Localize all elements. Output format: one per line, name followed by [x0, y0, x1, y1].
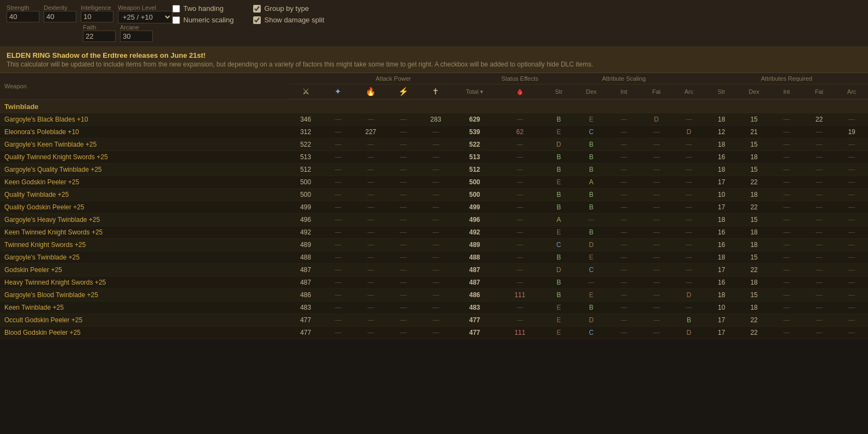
req-cell: 16	[705, 226, 738, 239]
scaling-cell: —	[640, 264, 673, 276]
weapon-name-cell[interactable]: Twinned Knight Swords +25	[0, 239, 289, 251]
table-row[interactable]: Heavy Twinned Knight Swords +25487————48…	[0, 276, 868, 289]
status-cell: —	[497, 302, 542, 314]
table-row[interactable]: Gargoyle's Heavy Twinblade +25496————496…	[0, 214, 868, 226]
numeric-scaling-checkbox[interactable]	[172, 16, 180, 24]
weapon-name-cell[interactable]: Gargoyle's Heavy Twinblade +25	[0, 214, 289, 226]
table-row[interactable]: Occult Godskin Peeler +25477————477—ED——…	[0, 314, 868, 327]
weapon-name-cell[interactable]: Blood Godskin Peeler +25	[0, 327, 289, 339]
table-row[interactable]: Gargoyle's Keen Twinblade +25522————522—…	[0, 138, 868, 151]
faith-input[interactable]	[83, 31, 116, 42]
req-cell: —	[835, 302, 868, 314]
atk-cell: —	[322, 314, 355, 327]
req-cell: 17	[705, 327, 738, 339]
weapon-name-cell[interactable]: Keen Twinblade +25	[0, 302, 289, 314]
atk-cell: 522	[289, 138, 322, 151]
weapon-name-cell[interactable]: Gargoyle's Twinblade +25	[0, 251, 289, 264]
weapon-name-cell[interactable]: Quality Twinned Knight Swords +25	[0, 151, 289, 164]
scaling-cell: D	[542, 138, 575, 151]
req-cell: —	[770, 113, 803, 126]
table-row[interactable]: Gargoyle's Blood Twinblade +25486————486…	[0, 289, 868, 302]
req-cell: —	[770, 176, 803, 189]
scaling-cell: —	[608, 138, 640, 151]
arcane-input[interactable]	[120, 31, 153, 42]
table-row[interactable]: Quality Godskin Peeler +25499————499—BB—…	[0, 201, 868, 214]
req-cell: 18	[738, 302, 770, 314]
atk-cell: —	[355, 239, 387, 251]
scaling-cell: —	[673, 276, 705, 289]
atk-cell: —	[387, 314, 420, 327]
req-cell: 10	[705, 302, 738, 314]
atk-cell: —	[355, 327, 387, 339]
dexterity-input[interactable]	[44, 11, 76, 22]
weapon-name-cell[interactable]: Gargoyle's Quality Twinblade +25	[0, 164, 289, 176]
table-row[interactable]: Keen Twinblade +25483————483—EB———1018——…	[0, 302, 868, 314]
req-cell: —	[803, 264, 836, 276]
scaling-cell: —	[640, 251, 673, 264]
atk-cell: 500	[452, 189, 498, 201]
intelligence-input[interactable]	[81, 11, 113, 22]
scaling-cell: C	[542, 239, 575, 251]
atk-cell: 486	[452, 289, 498, 302]
weapon-name-cell[interactable]: Quality Godskin Peeler +25	[0, 201, 289, 214]
atk-cell: —	[355, 302, 387, 314]
weapon-name-cell[interactable]: Gargoyle's Black Blades +10	[0, 113, 289, 126]
table-row[interactable]: Godskin Peeler +25487————487—DC———1722——…	[0, 264, 868, 276]
weapon-name-cell[interactable]: Eleonora's Poleblade +10	[0, 126, 289, 138]
weapon-name-cell[interactable]: Gargoyle's Keen Twinblade +25	[0, 138, 289, 151]
table-row[interactable]: Quality Twinned Knight Swords +25513————…	[0, 151, 868, 164]
table-row[interactable]: Gargoyle's Black Blades +10346———283629—…	[0, 113, 868, 126]
scaling-cell: B	[542, 276, 575, 289]
scaling-cell: —	[640, 189, 673, 201]
atk-cell: —	[420, 189, 452, 201]
fire-icon: 🔥	[366, 87, 376, 96]
weapon-name-cell[interactable]: Keen Twinned Knight Swords +25	[0, 226, 289, 239]
scaling-cell: —	[608, 302, 640, 314]
status-cell: —	[497, 138, 542, 151]
req-cell: 18	[705, 214, 738, 226]
scaling-cell: —	[673, 214, 705, 226]
weapon-name-cell[interactable]: Gargoyle's Blood Twinblade +25	[0, 289, 289, 302]
weapon-name-cell[interactable]: Keen Godskin Peeler +25	[0, 176, 289, 189]
checkboxes-group-2: Group by type Show damage split	[253, 4, 324, 24]
table-row[interactable]: Keen Twinned Knight Swords +25492————492…	[0, 226, 868, 239]
two-handing-label[interactable]: Two handing	[183, 4, 224, 13]
weapon-name-cell[interactable]: Godskin Peeler +25	[0, 264, 289, 276]
req-cell: —	[803, 138, 836, 151]
scaling-str-header: Str	[542, 85, 575, 100]
table-row[interactable]: Gargoyle's Quality Twinblade +25512————5…	[0, 164, 868, 176]
req-cell: 22	[738, 176, 770, 189]
table-row[interactable]: Gargoyle's Twinblade +25488————488—BE———…	[0, 251, 868, 264]
weapon-level-select[interactable]: +25 / +10 +24 / +9 +0	[118, 11, 172, 23]
req-cell: 12	[705, 126, 738, 138]
table-row[interactable]: Eleonora's Poleblade +10312—227——53962EC…	[0, 126, 868, 138]
group-by-type-label[interactable]: Group by type	[264, 4, 309, 13]
weapon-name-cell[interactable]: Quality Twinblade +25	[0, 189, 289, 201]
atk-cell: —	[420, 226, 452, 239]
scaling-cell: —	[608, 226, 640, 239]
table-row[interactable]: Blood Godskin Peeler +25477————477111EC—…	[0, 327, 868, 339]
show-damage-split-label[interactable]: Show damage split	[264, 16, 324, 24]
table-row[interactable]: Twinned Knight Swords +25489————489—CD——…	[0, 239, 868, 251]
table-row[interactable]: Keen Godskin Peeler +25500————500—EA———1…	[0, 176, 868, 189]
atk-cell: —	[420, 214, 452, 226]
atk-cell: 500	[289, 189, 322, 201]
strength-input[interactable]	[7, 11, 39, 22]
atk-cell: —	[420, 126, 452, 138]
numeric-scaling-label[interactable]: Numeric scaling	[183, 16, 234, 24]
weapon-name-cell[interactable]: Heavy Twinned Knight Swords +25	[0, 276, 289, 289]
show-damage-split-checkbox[interactable]	[253, 16, 261, 24]
table-row[interactable]: Quality Twinblade +25500————500—BB———101…	[0, 189, 868, 201]
req-arc-header: Arc	[835, 85, 868, 100]
atk-cell: 487	[452, 276, 498, 289]
req-cell: —	[835, 314, 868, 327]
req-cell: 16	[705, 151, 738, 164]
two-handing-checkbox[interactable]	[172, 5, 180, 13]
atk-cell: —	[322, 151, 355, 164]
scaling-cell: B	[575, 189, 608, 201]
scaling-arc-header: Arc	[673, 85, 705, 100]
atk-cell: —	[355, 151, 387, 164]
group-by-type-checkbox[interactable]	[253, 5, 261, 13]
announcement-title-suffix: releases on June 21st!	[128, 51, 206, 59]
weapon-name-cell[interactable]: Occult Godskin Peeler +25	[0, 314, 289, 327]
